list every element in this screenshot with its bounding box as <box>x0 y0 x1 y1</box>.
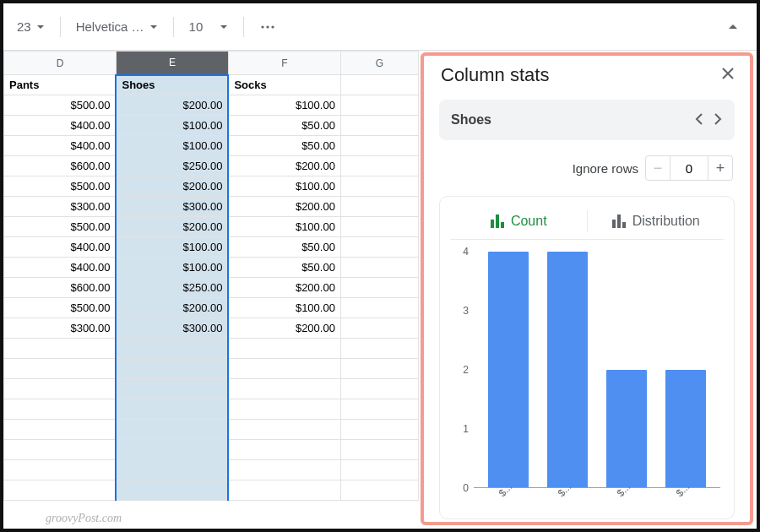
ignore-rows-increment[interactable]: + <box>708 155 733 181</box>
cell[interactable]: $50.00 <box>228 116 340 136</box>
cell[interactable] <box>116 440 228 460</box>
cell[interactable] <box>228 379 340 399</box>
close-button[interactable] <box>719 65 736 85</box>
cell[interactable] <box>4 379 117 399</box>
cell[interactable] <box>340 116 418 136</box>
cell[interactable]: $200.00 <box>116 298 228 318</box>
cell[interactable] <box>340 379 418 399</box>
cell[interactable] <box>228 460 340 480</box>
cell[interactable] <box>116 399 228 420</box>
chart-bar[interactable] <box>665 370 706 488</box>
cell[interactable]: $50.00 <box>228 258 340 278</box>
spreadsheet-grid[interactable]: D E F G PantsShoesSocks$500.00$200.00$10… <box>3 51 419 529</box>
cell[interactable] <box>116 480 228 501</box>
cell[interactable] <box>4 339 117 359</box>
chart-bar[interactable] <box>488 252 529 487</box>
cell[interactable] <box>228 420 340 440</box>
cell[interactable] <box>340 217 418 237</box>
cell[interactable] <box>228 339 340 359</box>
cell[interactable] <box>340 420 418 440</box>
cell[interactable] <box>228 440 340 460</box>
next-column-button[interactable] <box>713 111 723 128</box>
cell[interactable] <box>340 440 418 460</box>
cell[interactable] <box>340 298 418 318</box>
ignore-rows-input[interactable] <box>670 155 708 181</box>
cell[interactable] <box>116 379 228 399</box>
cell[interactable] <box>4 480 117 501</box>
cell[interactable] <box>116 339 228 359</box>
header-cell-D[interactable]: Pants <box>4 75 117 95</box>
collapse-toolbar-button[interactable] <box>719 17 750 37</box>
cell[interactable]: $200.00 <box>228 278 340 298</box>
cell[interactable]: $100.00 <box>116 258 228 278</box>
tab-distribution[interactable]: Distribution <box>588 209 725 239</box>
cell[interactable]: $600.00 <box>4 278 117 298</box>
cell[interactable]: $100.00 <box>228 95 340 116</box>
cell[interactable]: $100.00 <box>228 298 340 318</box>
cell[interactable]: $300.00 <box>116 197 228 217</box>
cell[interactable]: $200.00 <box>228 156 340 176</box>
cell[interactable]: $250.00 <box>116 278 228 298</box>
cell[interactable] <box>228 399 340 420</box>
more-toolbar-button[interactable] <box>252 15 283 39</box>
cell[interactable]: $600.00 <box>4 156 117 176</box>
cell[interactable]: $400.00 <box>4 136 117 156</box>
cell[interactable]: $500.00 <box>4 298 117 318</box>
cell[interactable] <box>340 136 418 156</box>
cell[interactable] <box>340 480 418 501</box>
number-format-dropdown[interactable]: 23 <box>10 16 52 37</box>
cell[interactable] <box>116 359 228 379</box>
cell[interactable] <box>340 460 418 480</box>
cell[interactable]: $500.00 <box>4 95 117 116</box>
column-header-E[interactable]: E <box>116 52 228 75</box>
cell[interactable]: $300.00 <box>116 318 228 339</box>
cell[interactable] <box>228 480 340 501</box>
ignore-rows-decrement[interactable]: − <box>645 155 670 181</box>
chart-bar[interactable] <box>606 370 647 488</box>
cell[interactable]: $200.00 <box>116 176 228 197</box>
cell[interactable] <box>4 420 117 440</box>
cell[interactable] <box>340 318 418 339</box>
cell[interactable]: $400.00 <box>4 237 117 258</box>
font-family-dropdown[interactable]: Helvetica … <box>69 16 165 37</box>
cell[interactable]: $300.00 <box>4 318 117 339</box>
cell[interactable] <box>340 278 418 298</box>
cell[interactable] <box>340 399 418 420</box>
cell[interactable] <box>116 420 228 440</box>
cell[interactable]: $500.00 <box>4 217 117 237</box>
cell[interactable] <box>340 339 418 359</box>
cell[interactable]: $50.00 <box>228 237 340 258</box>
cell[interactable]: $200.00 <box>116 95 228 116</box>
cell[interactable]: $100.00 <box>228 176 340 197</box>
cell[interactable] <box>4 460 117 480</box>
cell[interactable] <box>340 197 418 217</box>
cell[interactable] <box>340 258 418 278</box>
cell[interactable]: $100.00 <box>116 116 228 136</box>
cell[interactable]: $100.00 <box>228 217 340 237</box>
cell[interactable]: $100.00 <box>116 237 228 258</box>
cell[interactable] <box>340 237 418 258</box>
cell[interactable] <box>228 359 340 379</box>
prev-column-button[interactable] <box>694 111 704 128</box>
cell[interactable]: $400.00 <box>4 258 117 278</box>
column-header-F[interactable]: F <box>228 52 340 75</box>
tab-count[interactable]: Count <box>450 209 587 239</box>
cell[interactable]: $50.00 <box>228 136 340 156</box>
cell[interactable] <box>4 440 117 460</box>
header-cell-G[interactable] <box>340 75 418 95</box>
cell[interactable] <box>340 95 418 116</box>
cell[interactable] <box>116 460 228 480</box>
header-cell-E[interactable]: Shoes <box>116 75 228 95</box>
cell[interactable]: $250.00 <box>116 156 228 176</box>
cell[interactable]: $200.00 <box>228 197 340 217</box>
cell[interactable]: $300.00 <box>4 197 117 217</box>
cell[interactable] <box>340 176 418 197</box>
cell[interactable] <box>340 359 418 379</box>
cell[interactable]: $400.00 <box>4 116 117 136</box>
cell[interactable]: $200.00 <box>116 217 228 237</box>
column-header-G[interactable]: G <box>340 52 418 75</box>
font-size-dropdown[interactable]: 10 <box>182 16 235 37</box>
cell[interactable] <box>4 399 117 420</box>
header-cell-F[interactable]: Socks <box>228 75 340 95</box>
cell[interactable]: $200.00 <box>228 318 340 339</box>
